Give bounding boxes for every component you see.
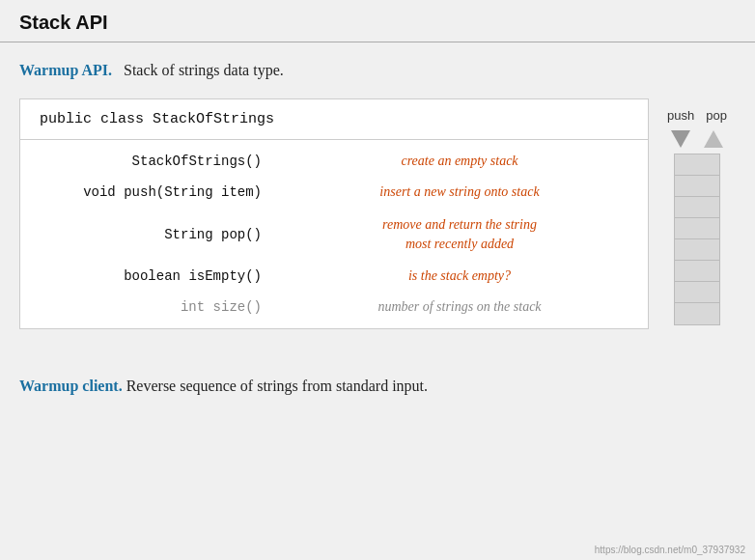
api-desc-0: create an empty stack	[291, 154, 629, 169]
main-layout: public class StackOfStrings StackOfStrin…	[19, 98, 736, 329]
push-arrow-icon	[667, 128, 694, 150]
bottom-section: Warmup client. Reverse sequence of strin…	[0, 349, 755, 409]
api-rows: StackOfStrings() create an empty stack v…	[20, 140, 648, 328]
stack-box-2	[675, 176, 719, 197]
api-signature-0: StackOfStrings()	[40, 154, 291, 169]
class-header: public class StackOfStrings	[20, 99, 648, 140]
section1-label: Warmup API.	[19, 62, 112, 78]
section2-label: Warmup client.	[19, 378, 123, 394]
api-type-2: String	[164, 227, 221, 242]
stack-boxes	[674, 154, 720, 325]
api-method-3: isEmpty()	[188, 268, 262, 284]
api-signature-2: String pop()	[40, 227, 291, 242]
stack-box-1	[675, 154, 719, 176]
stack-box-4	[675, 218, 719, 239]
api-desc-3: is the stack empty?	[291, 268, 629, 284]
api-method-2: pop()	[221, 227, 262, 242]
api-row-1: void push(String item) insert a new stri…	[20, 177, 648, 208]
api-row-2: String pop() remove and return the strin…	[20, 208, 648, 261]
section1-subtitle: Warmup API. Stack of strings data type.	[19, 62, 736, 79]
stack-box-6	[675, 261, 719, 282]
api-desc-1: insert a new string onto stack	[291, 184, 629, 200]
stack-arrows	[667, 128, 727, 150]
pop-label: pop	[706, 108, 727, 123]
api-signature-3: boolean isEmpty()	[40, 268, 291, 284]
push-label: push	[667, 108, 694, 123]
stack-box-7	[675, 282, 719, 303]
title-bar: Stack API	[0, 0, 755, 42]
api-signature-1: void push(String item)	[40, 184, 291, 200]
page-title: Stack API	[19, 12, 736, 34]
api-row-3: boolean isEmpty() is the stack empty?	[20, 261, 648, 292]
api-signature-4: int size()	[40, 299, 291, 315]
content-area: Warmup API. Stack of strings data type. …	[0, 42, 755, 349]
api-desc-4: number of strings on the stack	[291, 299, 629, 315]
watermark: https://blog.csdn.net/m0_37937932	[595, 545, 745, 555]
push-arrow-svg	[667, 128, 694, 150]
api-row-0: StackOfStrings() create an empty stack	[20, 146, 648, 177]
api-type-4: int	[181, 299, 213, 315]
api-method-1: push(String item)	[124, 184, 262, 200]
api-method-4: size()	[213, 299, 262, 315]
stack-box-8	[675, 303, 719, 324]
pop-arrow-icon	[700, 128, 727, 150]
stack-box-5	[675, 239, 719, 261]
api-row-4: int size() number of strings on the stac…	[20, 292, 648, 322]
svg-marker-1	[704, 130, 723, 148]
api-desc-2: remove and return the stringmost recentl…	[291, 215, 629, 253]
section2-description: Reverse sequence of strings from standar…	[126, 378, 428, 394]
svg-marker-0	[671, 130, 690, 148]
api-type-3: boolean	[124, 268, 188, 284]
api-method-0: StackOfStrings()	[132, 154, 262, 169]
page: Stack API Warmup API. Stack of strings d…	[0, 0, 755, 560]
api-type-1: void	[83, 184, 124, 200]
pop-arrow-svg	[700, 128, 727, 150]
stack-box-3	[675, 197, 719, 218]
section1-desc-text: Stack of strings data type.	[124, 62, 284, 78]
stack-labels: push pop	[667, 108, 727, 123]
stack-visual: push pop	[658, 98, 736, 325]
section2-subtitle: Warmup client. Reverse sequence of strin…	[19, 378, 736, 395]
section1-description	[116, 62, 120, 78]
api-table: public class StackOfStrings StackOfStrin…	[19, 98, 649, 329]
